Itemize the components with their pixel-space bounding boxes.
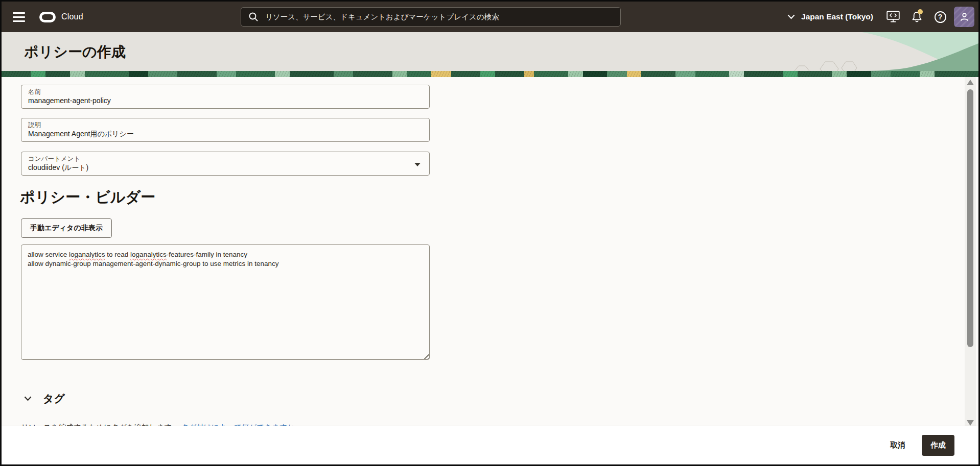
oci-console-window: Cloud Japan East (Tokyo) — [0, 0, 980, 466]
chevron-down-icon — [787, 14, 795, 19]
create-button[interactable]: 作成 — [922, 435, 954, 456]
cloud-shell-icon — [886, 11, 900, 23]
scrollbar-thumb[interactable] — [967, 89, 973, 347]
person-icon — [959, 12, 970, 22]
top-navigation-bar: Cloud Japan East (Tokyo) — [2, 2, 978, 32]
description-input[interactable] — [28, 129, 407, 138]
announcements-button[interactable] — [905, 2, 928, 32]
policy-editor-content: allow service loganalytics to read logan… — [28, 250, 423, 268]
cloud-shell-button[interactable] — [881, 2, 905, 32]
name-label: 名前 — [28, 88, 423, 96]
hamburger-menu-icon[interactable] — [13, 12, 25, 22]
scrollbar-down-icon[interactable] — [967, 420, 974, 426]
topbar-actions: Japan East (Tokyo) ? — [787, 2, 974, 32]
description-label: 説明 — [28, 121, 423, 129]
policy-builder-title: ポリシー・ビルダー — [20, 187, 155, 208]
global-search-bar[interactable] — [241, 7, 621, 27]
action-footer: 取消 作成 — [2, 426, 978, 464]
notification-badge — [918, 9, 923, 14]
policy-editor[interactable]: allow service loganalytics to read logan… — [21, 244, 430, 360]
compartment-label: コンパートメント — [28, 155, 423, 163]
name-input[interactable] — [28, 96, 407, 105]
tags-section-toggle[interactable]: タグ — [24, 391, 65, 406]
compartment-value: cloudiidev (ルート) — [28, 163, 423, 172]
help-icon: ? — [935, 11, 946, 23]
scrollbar-up-icon[interactable] — [967, 80, 974, 85]
global-search-input[interactable] — [265, 13, 613, 21]
scrollbar-track[interactable] — [965, 77, 976, 429]
description-field[interactable]: 説明 — [21, 118, 430, 142]
chevron-down-icon — [24, 396, 32, 401]
cancel-button[interactable]: 取消 — [887, 435, 908, 455]
main-content: 名前 説明 コンパートメント cloudiidev (ルート) ポリシー・ビルダ… — [2, 77, 978, 429]
brand-label: Cloud — [61, 12, 83, 21]
resize-handle[interactable] — [422, 352, 429, 359]
page-title: ポリシーの作成 — [24, 42, 126, 62]
user-avatar[interactable] — [954, 7, 974, 27]
oracle-logo-icon[interactable] — [39, 12, 56, 22]
page-header: ポリシーの作成 — [2, 32, 978, 71]
region-selector[interactable]: Japan East (Tokyo) — [787, 12, 873, 21]
search-icon — [248, 12, 259, 22]
hide-manual-editor-button[interactable]: 手動エディタの非表示 — [21, 218, 112, 238]
decorative-band — [2, 71, 978, 77]
name-field[interactable]: 名前 — [21, 85, 430, 109]
header-decoration — [692, 32, 978, 71]
tags-title: タグ — [43, 391, 65, 406]
compartment-select[interactable]: コンパートメント cloudiidev (ルート) — [21, 152, 430, 176]
region-label: Japan East (Tokyo) — [801, 12, 873, 21]
help-button[interactable]: ? — [928, 2, 952, 32]
caret-down-icon — [414, 163, 421, 166]
